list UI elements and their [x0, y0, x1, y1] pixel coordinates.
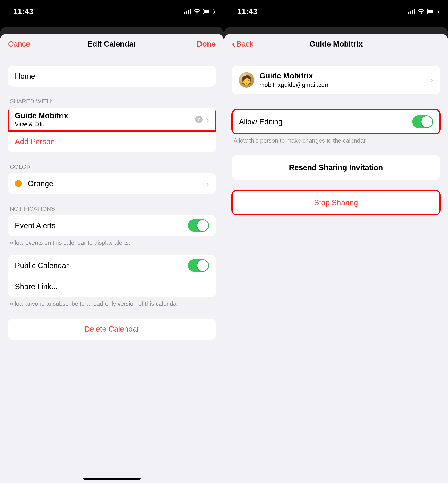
calendar-name-field[interactable]: Home — [8, 65, 216, 87]
stop-sharing-group: Stop Sharing — [232, 190, 440, 215]
cellular-icon — [184, 9, 191, 14]
person-detail-sheet: ‹ Back Guide Mobitrix 🧑 Guide Mobitrix m… — [224, 33, 448, 483]
resend-group: Resend Sharing Invitation — [232, 155, 440, 180]
status-icons — [184, 8, 214, 15]
allow-editing-group: Allow Editing — [232, 109, 440, 134]
color-group: Orange › — [8, 173, 216, 194]
shared-person-permission: View & Edit — [15, 121, 195, 127]
back-label: Back — [236, 40, 253, 48]
color-header: Color — [10, 164, 216, 170]
shared-with-header: Shared With: — [10, 98, 216, 105]
chevron-left-icon: ‹ — [232, 38, 235, 49]
public-calendar-toggle[interactable] — [188, 259, 209, 272]
allow-editing-row: Allow Editing — [232, 109, 440, 134]
event-alerts-row: Event Alerts — [8, 215, 216, 236]
edit-calendar-sheet: Cancel Edit Calendar Done Home Shared Wi… — [0, 33, 224, 483]
phone-right: 11:43 ‹ Back Guide Mobitrix — [224, 0, 448, 483]
person-info-row[interactable]: 🧑 Guide Mobitrix mobitrixguide@gmail.com… — [232, 65, 440, 94]
back-button[interactable]: ‹ Back — [232, 38, 270, 49]
home-indicator[interactable] — [83, 478, 141, 480]
person-email: mobitrixguide@gmail.com — [259, 81, 430, 88]
cancel-button[interactable]: Cancel — [8, 40, 32, 48]
avatar: 🧑 — [239, 72, 254, 88]
share-link-row[interactable]: Share Link... — [8, 276, 216, 297]
delete-group: Delete Calendar — [8, 319, 216, 340]
done-button[interactable]: Done — [197, 40, 216, 48]
wifi-icon — [418, 8, 424, 15]
person-info-group: 🧑 Guide Mobitrix mobitrixguide@gmail.com… — [232, 65, 440, 94]
color-name: Orange — [28, 179, 206, 188]
event-alerts-group: Event Alerts — [8, 215, 216, 236]
add-person-button[interactable]: Add Person — [8, 131, 216, 152]
status-bar: 11:43 — [0, 0, 224, 23]
add-person-label: Add Person — [15, 137, 209, 146]
share-link-label: Share Link... — [15, 282, 209, 291]
stop-sharing-label: Stop Sharing — [314, 198, 358, 207]
notifications-header: Notifications — [10, 205, 216, 212]
calendar-name-group: Home — [8, 65, 216, 87]
wifi-icon — [194, 8, 200, 15]
help-icon: ? — [195, 116, 203, 123]
cellular-icon — [408, 9, 415, 14]
shared-person-name: Guide Mobitrix — [15, 111, 195, 120]
allow-editing-label: Allow Editing — [239, 117, 412, 126]
nav-bar: ‹ Back Guide Mobitrix — [224, 33, 448, 54]
page-title: Edit Calendar — [87, 40, 136, 48]
chevron-right-icon: › — [206, 114, 209, 124]
public-calendar-group: Public Calendar Share Link... — [8, 255, 216, 297]
battery-icon — [427, 8, 439, 14]
phone-left: 11:43 Cancel Edit Calendar Done — [0, 0, 224, 483]
public-calendar-footer: Allow anyone to subscribe to a read-only… — [9, 300, 214, 308]
nav-bar: Cancel Edit Calendar Done — [0, 33, 224, 54]
page-title: Guide Mobitrix — [309, 40, 363, 48]
battery-icon — [203, 8, 214, 14]
chevron-right-icon: › — [206, 178, 209, 189]
color-swatch-icon — [15, 180, 22, 187]
chevron-right-icon: › — [430, 75, 433, 85]
delete-calendar-button[interactable]: Delete Calendar — [8, 319, 216, 340]
status-bar: 11:43 — [224, 0, 448, 23]
event-alerts-label: Event Alerts — [15, 221, 188, 230]
shared-person-row[interactable]: Guide Mobitrix View & Edit ? › — [8, 107, 216, 131]
calendar-name-text: Home — [15, 72, 209, 81]
stop-sharing-button[interactable]: Stop Sharing — [232, 190, 440, 215]
resend-label: Resend Sharing Invitation — [289, 163, 383, 172]
status-time: 11:43 — [237, 7, 257, 16]
resend-invitation-button[interactable]: Resend Sharing Invitation — [232, 155, 440, 180]
color-row[interactable]: Orange › — [8, 173, 216, 194]
allow-editing-footer: Allow this person to make changes to the… — [233, 137, 439, 145]
shared-with-group: Guide Mobitrix View & Edit ? › Add Perso… — [8, 107, 216, 152]
event-alerts-footer: Allow events on this calendar to display… — [9, 239, 214, 247]
public-calendar-row: Public Calendar — [8, 255, 216, 276]
status-time: 11:43 — [13, 7, 33, 16]
public-calendar-label: Public Calendar — [15, 261, 188, 270]
event-alerts-toggle[interactable] — [188, 219, 209, 232]
delete-calendar-label: Delete Calendar — [84, 325, 139, 333]
person-name: Guide Mobitrix — [259, 72, 430, 80]
allow-editing-toggle[interactable] — [412, 115, 433, 128]
status-icons — [408, 8, 439, 15]
